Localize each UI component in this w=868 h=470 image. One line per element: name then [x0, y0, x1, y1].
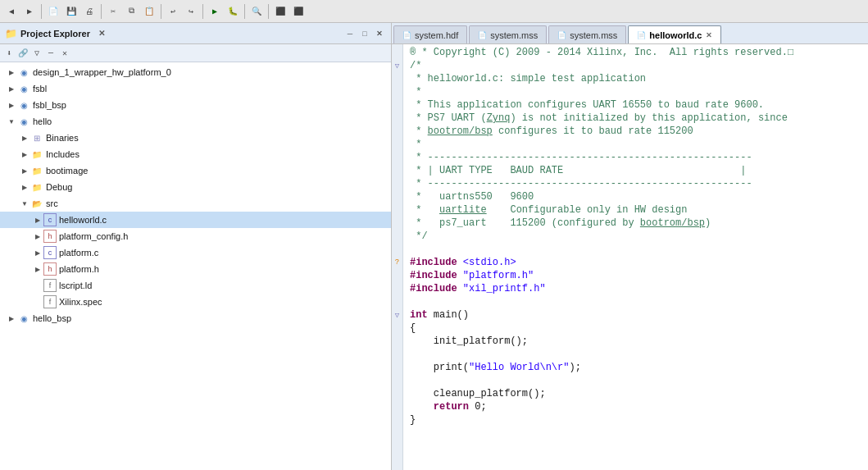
tree-item-hello[interactable]: ▼ ◉ hello	[0, 113, 391, 130]
gutter-marker-10	[392, 164, 402, 177]
tab-system-mss-2[interactable]: 📄 system.mss	[548, 25, 626, 43]
code-line-15: */	[410, 230, 428, 242]
tree-arrow[interactable]: ▼	[7, 116, 16, 126]
tab-system-mss-1[interactable]: 📄 system.mss	[469, 25, 547, 43]
tab-system-hdf[interactable]: 📄 system.hdf	[393, 25, 467, 43]
toolbar-back-icon[interactable]: ◀	[3, 3, 20, 20]
code-line-8: *	[410, 139, 421, 150]
tree-arrow[interactable]: ▶	[7, 84, 16, 94]
minimize-icon[interactable]: ─	[343, 27, 357, 40]
tree-arrow[interactable]: ▶	[20, 182, 30, 192]
tree-arrow[interactable]: ▶	[20, 133, 30, 143]
tab-icon: 📄	[402, 31, 411, 39]
code-line-23: init_platform();	[410, 335, 528, 347]
tree-item-design[interactable]: ▶ ◉ design_1_wrapper_hw_platform_0	[0, 64, 391, 80]
code-line-26	[410, 375, 416, 386]
code-line-2: /*	[410, 60, 421, 71]
tree-item-fsbl-bsp[interactable]: ▶ ◉ fsbl_bsp	[0, 97, 391, 113]
filter-link-icon[interactable]: 🔗	[17, 48, 29, 59]
toolbar-redo-icon[interactable]: ↪	[183, 3, 199, 20]
tree-arrow[interactable]: ▶	[7, 313, 16, 323]
tree-item-fsbl[interactable]: ▶ ◉ fsbl	[0, 80, 391, 97]
toolbar-cut-icon[interactable]: ✂	[105, 3, 121, 20]
project-icon: ◉	[17, 66, 30, 79]
gutter-marker-11	[392, 177, 402, 190]
gutter-marker-5	[392, 98, 402, 112]
code-line-13: * uartlite Configurable only in HW desig…	[410, 204, 687, 216]
tab-icon: 📄	[478, 31, 487, 39]
tree-arrow[interactable]: ▶	[33, 264, 43, 274]
tree-item-platform-h[interactable]: ▶ h platform.h	[0, 261, 391, 277]
gutter-marker-12	[392, 190, 402, 203]
tree-arrow[interactable]: ▶	[20, 166, 30, 176]
toolbar-forward-icon[interactable]: ▶	[21, 3, 38, 20]
filter-funnel-icon[interactable]: ▽	[31, 48, 43, 59]
file-c-icon: c	[43, 213, 57, 226]
toolbar-debug-icon[interactable]: 🐛	[225, 3, 241, 20]
tree-label: platform_config.h	[59, 231, 128, 241]
tree-arrow[interactable]: ▶	[20, 149, 30, 159]
tree-arrow[interactable]: ▶	[7, 67, 16, 77]
tree-item-bootimage[interactable]: ▶ 📁 bootimage	[0, 162, 391, 179]
gutter-marker-28	[392, 400, 402, 413]
tree-area: ▶ ◉ design_1_wrapper_hw_platform_0 ▶ ◉ f…	[0, 62, 391, 470]
toolbar-undo-icon[interactable]: ↩	[165, 3, 181, 20]
tree-label: hello	[33, 116, 52, 126]
toolbar-misc1-icon[interactable]: ⬛	[272, 3, 289, 20]
filter-minus-icon[interactable]: —	[45, 48, 57, 59]
toolbar-print-icon[interactable]: 🖨	[81, 3, 98, 20]
tree-item-hello-bsp[interactable]: ▶ ◉ hello_bsp	[0, 310, 391, 326]
toolbar-save-icon[interactable]: 💾	[63, 3, 80, 20]
tree-item-helloworld[interactable]: ▶ c helloworld.c	[0, 212, 391, 228]
project-explorer-folder-icon: 📁	[5, 28, 17, 39]
tree-arrow[interactable]: ▶	[33, 215, 43, 225]
gutter-marker-6	[392, 112, 402, 125]
tree-item-platform-c[interactable]: ▶ c platform.c	[0, 244, 391, 261]
tree-arrow[interactable]: ▼	[20, 198, 30, 208]
tree-item-debug[interactable]: ▶ 📁 Debug	[0, 179, 391, 195]
close-icon[interactable]: ✕	[373, 27, 386, 40]
tree-label: platform.h	[59, 264, 99, 274]
maximize-icon[interactable]: □	[358, 27, 371, 40]
tree-item-src[interactable]: ▼ 📂 src	[0, 195, 391, 212]
toolbar-search-icon[interactable]: 🔍	[248, 3, 265, 20]
project-icon: ◉	[17, 98, 30, 112]
file-h-icon: h	[43, 262, 57, 276]
toolbar-misc2-icon[interactable]: ⬛	[290, 3, 307, 20]
gutter-marker-23	[392, 335, 402, 348]
gutter-marker-25	[392, 361, 402, 374]
code-line-1: ® * Copyright (C) 2009 - 2014 Xilinx, In…	[410, 47, 793, 58]
filter-close-icon[interactable]: ✕	[59, 48, 70, 59]
gutter-marker-1	[392, 46, 402, 59]
tree-arrow[interactable]: ▶	[33, 231, 43, 241]
toolbar-sep-2	[101, 4, 102, 19]
tree-arrow[interactable]: ▶	[7, 100, 16, 110]
panel-header-close-icon[interactable]: ✕	[98, 29, 105, 38]
code-line-9: * --------------------------------------…	[410, 152, 752, 163]
gutter-marker-7	[392, 125, 402, 138]
toolbar-copy-icon[interactable]: ⧉	[123, 3, 139, 20]
code-content[interactable]: ® * Copyright (C) 2009 - 2014 Xilinx, In…	[403, 44, 868, 470]
gutter-marker-24	[392, 348, 402, 361]
tree-item-xilinx-spec[interactable]: ▶ f Xilinx.spec	[0, 294, 391, 310]
code-line-25: print("Hello World\n\r");	[410, 362, 581, 373]
tree-item-lscript[interactable]: ▶ f lscript.ld	[0, 277, 391, 294]
tree-arrow[interactable]: ▶	[33, 248, 43, 258]
toolbar-sep-1	[41, 4, 42, 19]
tree-item-platform-config[interactable]: ▶ h platform_config.h	[0, 228, 391, 244]
gutter-marker-17: ?	[392, 256, 402, 269]
filter-collapse-icon[interactable]: ⬇	[3, 48, 15, 59]
tree-item-includes[interactable]: ▶ 📁 Includes	[0, 146, 391, 162]
tree-item-binaries[interactable]: ▶ ⊞ Binaries	[0, 130, 391, 146]
tab-helloworld-c[interactable]: 📄 helloworld.c ✕	[628, 25, 720, 43]
toolbar-new-icon[interactable]: 📄	[45, 3, 61, 20]
tab-close-icon[interactable]: ✕	[706, 31, 712, 39]
tab-icon: 📄	[637, 31, 646, 39]
toolbar-paste-icon[interactable]: 📋	[141, 3, 157, 20]
gutter-marker-19	[392, 282, 402, 295]
code-editor[interactable]: ▽ ? ▽	[392, 44, 868, 470]
code-line-14: * ps7_uart 115200 (configured by bootrom…	[410, 217, 711, 229]
toolbar-build-icon[interactable]: ▶	[207, 3, 223, 20]
gutter-marker-14	[392, 217, 402, 230]
tree-label: Binaries	[46, 133, 79, 143]
